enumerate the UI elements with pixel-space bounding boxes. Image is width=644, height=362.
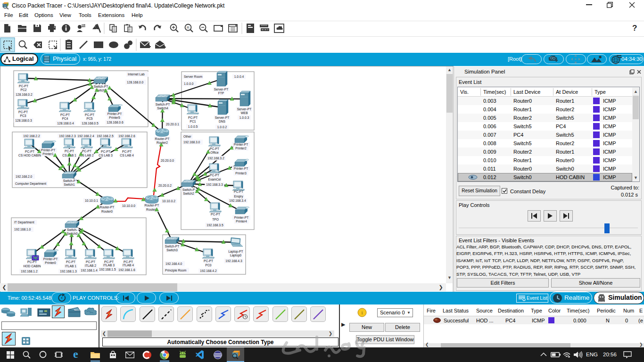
svg-text:Switch-: Switch-: [67, 228, 77, 231]
svg-text:PC3: PC3: [20, 114, 26, 117]
svg-text:PC-PT: PC-PT: [66, 260, 75, 263]
svg-text:PC-PT: PC-PT: [204, 259, 213, 263]
svg-text:1.0.0.5: 1.0.0.5: [188, 125, 198, 128]
svg-text:192.168.4.0: 192.168.4.0: [165, 262, 182, 265]
svg-text:Switch1: Switch1: [64, 183, 75, 186]
svg-text:TPO: TPO: [212, 218, 219, 221]
svg-text:PC-PT: PC-PT: [25, 150, 34, 153]
svg-text:Printer1: Printer1: [42, 152, 54, 156]
svg-text:Printer-PT: Printer-PT: [234, 167, 248, 170]
svg-text:Printer-PT: Printer-PT: [43, 257, 58, 261]
svg-text:192.168.1.2: 192.168.1.2: [21, 270, 38, 273]
svg-text:PC1: PC1: [190, 120, 196, 123]
svg-text:192.168.4.3: 192.168.4.3: [225, 259, 242, 263]
svg-text:PC5: PC5: [86, 117, 92, 120]
svg-text:PC-PT: PC-PT: [19, 84, 28, 88]
svg-text:20.20.0.2: 20.20.0.2: [158, 184, 172, 187]
svg-text:PC-PT: PC-PT: [211, 213, 220, 216]
svg-text:128.168.0.2: 128.168.0.2: [16, 93, 33, 96]
svg-text:PC-PT: PC-PT: [18, 110, 28, 114]
svg-text:192.168.2.5: 192.168.2.5: [97, 134, 114, 138]
svg-text:192.168.3.2: 192.168.3.2: [207, 156, 224, 160]
svg-text:Printer5: Printer5: [109, 116, 120, 119]
svg-text:Server Room: Server Room: [184, 75, 203, 78]
svg-text:192.168.1.0: 192.168.1.0: [14, 228, 31, 231]
svg-text:ITLAB 2: ITLAB 2: [85, 264, 96, 267]
svg-text:PC-PT: PC-PT: [210, 173, 219, 177]
svg-text:Switch-P: Switch-P: [182, 188, 195, 191]
svg-text:PC-PT: PC-PT: [122, 150, 132, 153]
svg-text:192.168.3.4: 192.168.3.4: [229, 199, 246, 202]
svg-text:Office: Office: [210, 151, 219, 154]
svg-text:192.168.1.4: 192.168.1.4: [81, 269, 98, 272]
svg-text:PC2: PC2: [20, 88, 26, 91]
svg-text:Switch-P: Switch-P: [63, 179, 76, 182]
svg-text:Internet Lab: Internet Lab: [128, 73, 145, 76]
svg-text:PC4: PC4: [62, 117, 68, 120]
svg-text:WEB: WEB: [240, 111, 248, 115]
svg-text:FTP: FTP: [218, 91, 224, 95]
svg-text:PC-PT: PC-PT: [210, 147, 219, 150]
svg-text:DNS: DNS: [219, 120, 226, 123]
svg-text:ITLAB 1: ITLAB 1: [65, 264, 76, 268]
svg-text:Switch3: Switch3: [166, 248, 178, 252]
svg-text:ITLAB 4: ITLAB 4: [123, 263, 134, 267]
svg-text:ExamCel: ExamCel: [208, 178, 221, 181]
svg-text:192.168.3.5: 192.168.3.5: [206, 223, 223, 227]
svg-text:1.0.0.4: 1.0.0.4: [234, 75, 244, 78]
svg-text:128.168.0.3: 128.168.0.3: [15, 119, 32, 122]
svg-text:i: i: [361, 310, 363, 315]
svg-text:Switch-PT: Switch-PT: [156, 103, 170, 106]
svg-text:Printer-PT: Printer-PT: [234, 143, 248, 146]
svg-text:192.168.4.2: 192.168.4.2: [200, 269, 217, 272]
svg-text:PC-PT: PC-PT: [124, 260, 133, 263]
svg-text:192.168.1.6: 192.168.1.6: [118, 268, 135, 272]
svg-text:IT Department: IT Department: [14, 221, 34, 224]
svg-text:20.20.0.1: 20.20.0.1: [166, 123, 179, 126]
svg-text:CS HOD CABIN: CS HOD CABIN: [18, 154, 41, 157]
svg-text:192.168.1.5: 192.168.1.5: [99, 268, 116, 271]
svg-text:10.10.0.2: 10.10.0.2: [162, 199, 175, 203]
svg-text:20.20.0.0: 20.20.0.0: [161, 159, 174, 162]
svg-text:Laptop0: Laptop0: [230, 254, 241, 257]
svg-text:Switch-PT: Switch-PT: [94, 85, 108, 88]
svg-text:Laptop-PT: Laptop-PT: [228, 250, 243, 254]
svg-text:1.0.0.2: 1.0.0.2: [217, 125, 227, 129]
svg-text:PC0: PC0: [205, 263, 211, 267]
svg-text:192.168.2.0: 192.168.2.0: [16, 175, 33, 178]
svg-text:CS LAB 4: CS LAB 4: [120, 154, 134, 157]
svg-text:PC-PT: PC-PT: [82, 149, 91, 153]
svg-text:192.168.2.4: 192.168.2.4: [77, 134, 94, 138]
svg-text:Router0: Router0: [101, 210, 113, 213]
svg-text:192.168.2.2: 192.168.2.2: [23, 134, 40, 138]
svg-text:Printer-PT: Printer-PT: [234, 216, 248, 219]
svg-text:Printer0: Printer0: [45, 261, 56, 264]
svg-text:128.168.0.6: 128.168.0.6: [107, 121, 124, 124]
svg-text:Switch2: Switch2: [183, 192, 194, 195]
svg-text:Printer2: Printer2: [235, 147, 247, 150]
svg-text:Other: Other: [183, 135, 191, 138]
svg-text:Router-PT: Router-PT: [145, 204, 159, 207]
svg-text:R: R: [187, 25, 190, 30]
svg-text:Printer-PT: Printer-PT: [107, 112, 122, 115]
svg-text:Router-PT: Router-PT: [100, 206, 115, 209]
svg-text:192.168.2.3: 192.168.2.3: [59, 134, 76, 138]
svg-text:Enqiry: Enqiry: [234, 195, 244, 198]
svg-text:Principle Room: Principle Room: [165, 269, 187, 272]
svg-text:10.10.0.1: 10.10.0.1: [85, 199, 98, 202]
svg-text:128.168.0.5: 128.168.0.5: [82, 122, 99, 125]
svg-text:HOD CABIN: HOD CABIN: [23, 264, 41, 268]
svg-text:PC-PT: PC-PT: [188, 116, 198, 119]
svg-text:Printer-PT: Printer-PT: [41, 148, 55, 152]
svg-text:Computer Department: Computer Department: [15, 182, 46, 186]
svg-text:192.168.3.3: 192.168.3.3: [206, 183, 223, 186]
svg-text:PC-PT: PC-PT: [65, 149, 74, 153]
svg-text:1.0.0.3: 1.0.0.3: [239, 116, 249, 119]
svg-text:192.168.3.0: 192.168.3.0: [183, 140, 200, 144]
svg-text:Router2: Router2: [157, 141, 168, 144]
svg-text:128.168.0.0: 128.168.0.0: [127, 81, 144, 84]
svg-text:192.168.1.3: 192.168.1.3: [60, 270, 77, 273]
svg-text:PC-PT: PC-PT: [27, 260, 37, 263]
svg-text:PC-PT: PC-PT: [86, 260, 95, 263]
svg-text:10.10.0.0: 10.10.0.0: [122, 204, 135, 207]
